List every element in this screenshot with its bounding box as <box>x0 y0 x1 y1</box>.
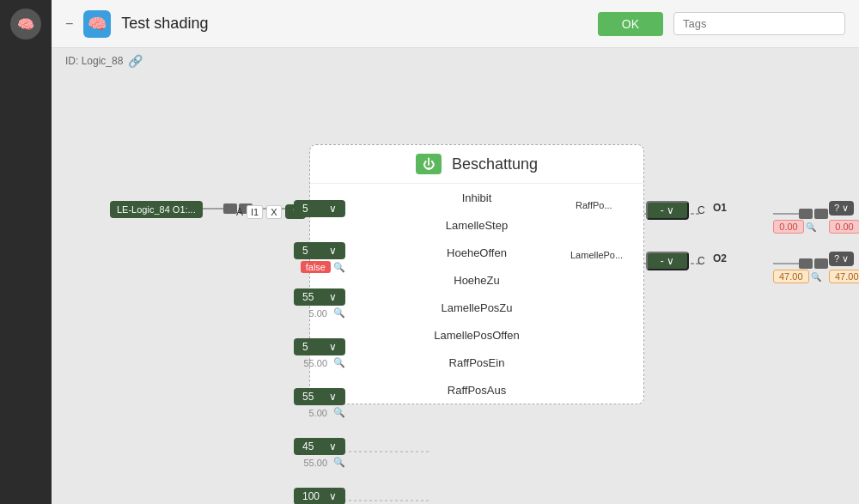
input-group-1: 5∨ false 🔍 <box>294 242 345 273</box>
val-label-5: 55.00 <box>303 458 331 468</box>
val-label-3: 55.00 <box>303 358 331 368</box>
input-dropdown-5[interactable]: 45∨ <box>294 438 345 455</box>
param-label-lamelleposzu: LamellePosZu <box>320 301 633 314</box>
q-dropdown-btn-1[interactable]: ? ∨ <box>829 252 854 266</box>
beschattung-block: ⏻ Beschattung Inhibit LamelleStep HoeheO… <box>309 144 644 404</box>
o1-value-left-1: 0.00 <box>773 220 804 234</box>
input-group-4: 55∨ 5.00 🔍 <box>294 388 345 418</box>
sidebar-brain-icon[interactable]: 🧠 <box>10 9 41 39</box>
sidebar: 🧠 <box>0 0 52 504</box>
magnifier-icon-2[interactable]: 🔍 <box>333 307 345 319</box>
svg-rect-13 <box>814 258 828 269</box>
beschattung-header: ⏻ Beschattung <box>310 145 643 184</box>
input-dropdown-6[interactable]: 100∨ <box>294 488 345 504</box>
o1-values: 0.00 🔍 <box>829 220 859 234</box>
val-label-2: 5.00 <box>309 308 331 319</box>
o1-magnifier-left[interactable]: 🔍 <box>806 222 816 232</box>
raff-label-text-0: RaffPo... <box>576 200 612 210</box>
param-row-lamellestep: LamelleStep <box>310 211 643 239</box>
raff-label-right-1: LamellePo... <box>570 250 623 260</box>
magnifier-icon-5[interactable]: 🔍 <box>333 457 345 468</box>
svg-rect-1 <box>223 203 237 214</box>
x-label: X <box>266 205 281 219</box>
param-label-hoehezu: HoeheZu <box>320 274 633 287</box>
o2-magnifier-left[interactable]: 🔍 <box>811 272 821 282</box>
param-label-lamelleposoffen: LamellePosOffen <box>320 329 633 342</box>
output-row-0: - ∨ <box>646 201 689 220</box>
id-label: ID: Logic_88 <box>65 55 123 67</box>
minimize-button[interactable]: − <box>65 17 73 31</box>
input-group-0: 5∨ <box>294 200 345 217</box>
header-brain-icon: 🧠 <box>83 10 111 38</box>
le-logic-node[interactable]: LE-Logic_84 O1:... <box>110 201 203 218</box>
param-row-raffposein: RaffPosEin <box>310 349 643 376</box>
output-pill-1[interactable]: - ∨ <box>646 252 689 270</box>
input-group-3: 5∨ 55.00 🔍 <box>294 338 345 368</box>
param-row-raffposaus: RaffPosAus <box>310 376 643 404</box>
param-row-hoehezu: HoeheZu <box>310 266 643 294</box>
input-dropdown-1[interactable]: 5∨ <box>294 242 345 259</box>
o2-values-left: 47.00 🔍 <box>773 270 821 283</box>
input-dropdown-2[interactable]: 55∨ <box>294 288 345 306</box>
tags-input[interactable] <box>673 12 845 35</box>
input-group-6: 100∨ 45.00 🔍 <box>294 488 345 504</box>
raff-label-text-1: LamellePo... <box>570 250 623 260</box>
o2-value-1: 47.00 <box>829 270 859 283</box>
power-button[interactable]: ⏻ <box>416 154 442 174</box>
header: − 🧠 Test shading OK <box>52 0 859 48</box>
canvas-content: LE-Logic_84 O1:... A I1 X ∨ ⏻ Beschattun… <box>52 74 859 504</box>
param-row-lamelleposoffen: LamellePosOffen <box>310 321 643 349</box>
false-badge: false <box>301 261 331 273</box>
main-area: − 🧠 Test shading OK ID: Logic_88 🔗 <box>52 0 859 504</box>
question-dropdown-0[interactable]: ? ∨ <box>829 201 854 216</box>
input-group-5: 45∨ 55.00 🔍 <box>294 438 345 468</box>
output-row-1: - ∨ <box>646 252 689 270</box>
input-dropdown-0[interactable]: 5∨ <box>294 200 345 217</box>
o1-c-label: C <box>698 203 705 216</box>
o2-values: 47.00 🔍 <box>829 270 859 283</box>
beschattung-title: Beschattung <box>452 155 538 173</box>
magnifier-icon-1[interactable]: 🔍 <box>333 262 345 273</box>
param-row-lamelleposzu: LamellePosZu <box>310 294 643 321</box>
o2-c-label: C <box>698 254 705 267</box>
svg-rect-12 <box>799 258 813 269</box>
o2-value-left-1: 47.00 <box>773 270 809 283</box>
input-dropdown-4[interactable]: 55∨ <box>294 388 345 405</box>
svg-rect-9 <box>814 209 828 219</box>
i1-label: I1 <box>247 205 263 219</box>
input-dropdown-3[interactable]: 5∨ <box>294 338 345 355</box>
o1-values-left: 0.00 🔍 <box>773 220 816 234</box>
param-label-raffposein: RaffPosEin <box>320 356 633 369</box>
output-pill-0[interactable]: - ∨ <box>646 201 689 220</box>
raff-label-right-0: RaffPo... <box>576 200 612 210</box>
val-label-4: 5.00 <box>309 408 331 418</box>
o2-label: O2 <box>713 252 727 264</box>
svg-rect-8 <box>799 209 813 219</box>
sub-header: ID: Logic_88 🔗 <box>52 48 859 74</box>
param-label-raffposaus: RaffPosAus <box>320 384 633 397</box>
question-dropdown-1[interactable]: ? ∨ <box>829 252 854 266</box>
o1-value-1: 0.00 <box>829 220 859 234</box>
magnifier-icon-3[interactable]: 🔍 <box>333 357 345 368</box>
ok-button[interactable]: OK <box>598 12 663 36</box>
link-icon[interactable]: 🔗 <box>128 54 143 68</box>
page-title: Test shading <box>121 15 587 33</box>
a-label: A <box>236 206 243 218</box>
canvas: LE-Logic_84 O1:... A I1 X ∨ ⏻ Beschattun… <box>52 74 859 504</box>
q-dropdown-btn-0[interactable]: ? ∨ <box>829 201 854 216</box>
o1-label: O1 <box>713 201 727 214</box>
input-group-2: 55∨ 5.00 🔍 <box>294 288 345 319</box>
magnifier-icon-4[interactable]: 🔍 <box>333 407 345 418</box>
param-label-lamellestep: LamelleStep <box>320 219 633 232</box>
